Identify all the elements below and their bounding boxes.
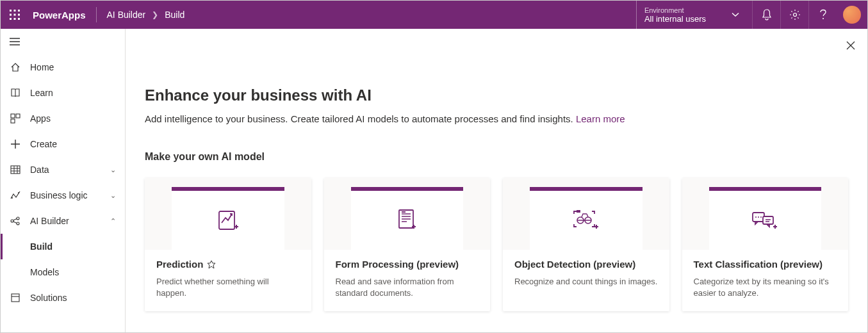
svg-rect-1 bbox=[14, 10, 16, 12]
chevron-up-icon: ⌃ bbox=[110, 217, 116, 225]
model-cards: Prediction Predict whether something wil… bbox=[145, 178, 848, 311]
svg-rect-14 bbox=[11, 166, 20, 174]
hamburger-icon bbox=[10, 38, 20, 45]
card-title: Form Processing (preview) bbox=[336, 259, 459, 270]
sidebar-subitem-label: Models bbox=[30, 267, 59, 277]
page-subtitle: Add intelligence to your business. Creat… bbox=[145, 113, 848, 124]
app-name[interactable]: PowerApps bbox=[29, 10, 96, 20]
sidebar-item-apps[interactable]: Apps bbox=[1, 106, 125, 131]
sidebar-subitem-models[interactable]: Models bbox=[1, 259, 125, 285]
chevron-down-icon: ⌄ bbox=[110, 166, 116, 174]
apps-icon bbox=[10, 113, 20, 124]
card-title: Prediction bbox=[156, 259, 203, 270]
waffle-icon bbox=[10, 10, 20, 20]
section-title: Make your own AI model bbox=[145, 151, 848, 163]
avatar[interactable] bbox=[843, 6, 861, 24]
environment-name: All internal users bbox=[644, 14, 706, 24]
app-header: PowerApps AI Builder ❯ Build Environment… bbox=[1, 1, 867, 29]
sidebar-item-solutions[interactable]: Solutions bbox=[1, 285, 125, 311]
prediction-icon bbox=[215, 207, 241, 233]
sidebar-item-label: Data bbox=[30, 165, 49, 175]
svg-point-9 bbox=[793, 13, 796, 17]
sidebar-item-label: Solutions bbox=[30, 293, 67, 303]
sidebar-subitem-label: Build bbox=[30, 241, 53, 252]
sidebar-item-business-logic[interactable]: Business logic ⌄ bbox=[1, 183, 125, 208]
sidebar-item-label: Home bbox=[30, 62, 54, 72]
card-description: Predict whether something will happen. bbox=[156, 276, 300, 298]
sidebar-item-label: Learn bbox=[30, 88, 53, 98]
card-title: Object Detection (preview) bbox=[514, 259, 635, 270]
svg-point-17 bbox=[11, 220, 13, 222]
card-title: Text Classification (preview) bbox=[694, 259, 823, 270]
solutions-icon bbox=[10, 293, 20, 303]
svg-rect-23 bbox=[402, 211, 405, 213]
environment-picker[interactable]: Environment All internal users bbox=[636, 1, 752, 29]
book-icon bbox=[10, 88, 20, 98]
sidebar-item-label: Create bbox=[30, 139, 57, 149]
svg-rect-11 bbox=[11, 114, 15, 118]
breadcrumb-item-build[interactable]: Build bbox=[165, 10, 184, 20]
notifications-button[interactable] bbox=[752, 1, 780, 29]
svg-point-28 bbox=[755, 216, 757, 218]
svg-rect-4 bbox=[14, 14, 16, 16]
sidebar-item-label: Apps bbox=[30, 113, 51, 124]
main-content: Enhance your business with AI Add intell… bbox=[126, 29, 867, 332]
sidebar-item-create[interactable]: Create bbox=[1, 131, 125, 157]
learn-more-link[interactable]: Learn more bbox=[576, 113, 625, 124]
card-text-classification[interactable]: Text Classification (preview) Categorize… bbox=[682, 178, 849, 311]
object-detection-icon bbox=[571, 207, 601, 233]
svg-rect-5 bbox=[18, 14, 20, 16]
svg-point-16 bbox=[18, 192, 19, 193]
svg-rect-0 bbox=[10, 10, 12, 12]
svg-point-30 bbox=[760, 216, 762, 218]
card-form-processing[interactable]: Form Processing (preview) Read and save … bbox=[324, 178, 491, 311]
svg-point-29 bbox=[758, 216, 759, 218]
card-prediction[interactable]: Prediction Predict whether something wil… bbox=[145, 178, 311, 311]
premium-icon bbox=[207, 260, 216, 269]
svg-rect-13 bbox=[11, 119, 15, 123]
help-button[interactable] bbox=[808, 1, 837, 29]
form-icon bbox=[394, 207, 420, 233]
svg-rect-6 bbox=[10, 18, 12, 20]
svg-rect-26 bbox=[577, 210, 580, 213]
chevron-down-icon: ⌄ bbox=[110, 191, 116, 200]
sidebar-item-data[interactable]: Data ⌄ bbox=[1, 157, 125, 183]
sidebar-item-ai-builder[interactable]: AI Builder ⌃ bbox=[1, 208, 125, 234]
sidebar-item-label: AI Builder bbox=[30, 216, 69, 226]
svg-rect-8 bbox=[18, 18, 20, 20]
svg-point-18 bbox=[17, 217, 19, 220]
svg-rect-20 bbox=[12, 294, 19, 302]
sidebar-item-label: Business logic bbox=[30, 190, 88, 200]
svg-rect-3 bbox=[10, 14, 12, 16]
sidebar-item-learn[interactable]: Learn bbox=[1, 80, 125, 106]
close-icon bbox=[846, 41, 855, 50]
svg-point-15 bbox=[12, 197, 13, 199]
chevron-down-icon bbox=[732, 12, 739, 17]
flow-icon bbox=[10, 190, 20, 200]
svg-point-19 bbox=[17, 222, 19, 225]
breadcrumb: AI Builder ❯ Build bbox=[97, 10, 185, 20]
sidebar-subitem-build[interactable]: Build bbox=[1, 234, 125, 259]
svg-point-10 bbox=[823, 18, 824, 19]
settings-button[interactable] bbox=[780, 1, 808, 29]
text-classification-icon bbox=[750, 207, 780, 233]
sidebar-item-home[interactable]: Home bbox=[1, 54, 125, 80]
help-icon bbox=[819, 9, 828, 20]
svg-rect-2 bbox=[18, 10, 20, 12]
environment-label: Environment bbox=[644, 6, 706, 14]
page-title: Enhance your business with AI bbox=[145, 86, 848, 104]
ai-icon bbox=[10, 216, 20, 226]
app-launcher-button[interactable] bbox=[1, 1, 29, 29]
sidebar-toggle-button[interactable] bbox=[1, 29, 125, 54]
card-description: Recognize and count things in images. bbox=[514, 276, 658, 288]
data-icon bbox=[10, 165, 20, 175]
breadcrumb-item-ai-builder[interactable]: AI Builder bbox=[107, 10, 146, 20]
card-object-detection[interactable]: Object Detection (preview) Recognize and… bbox=[503, 178, 669, 311]
close-button[interactable] bbox=[843, 38, 858, 53]
sidebar: Home Learn Apps Create Data ⌄ Business l… bbox=[1, 29, 126, 332]
chevron-right-icon: ❯ bbox=[152, 10, 158, 19]
card-description: Categorize text by its meaning so it's e… bbox=[694, 276, 837, 298]
svg-rect-7 bbox=[14, 18, 16, 20]
svg-rect-12 bbox=[16, 114, 20, 118]
bell-icon bbox=[762, 9, 772, 20]
